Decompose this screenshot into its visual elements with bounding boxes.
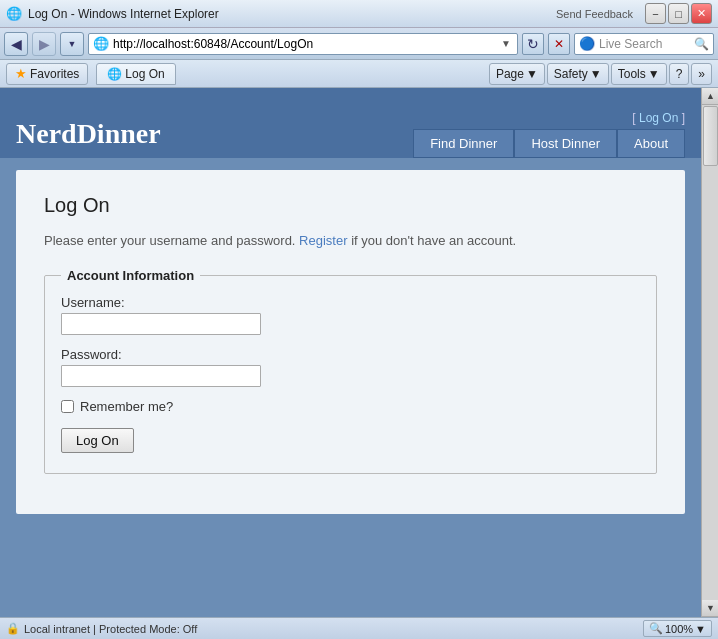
logon-status: [ Log On ]	[632, 111, 685, 125]
favorites-button[interactable]: ★ Favorites	[6, 63, 88, 85]
nav-bar: Find Dinner Host Dinner About	[413, 129, 685, 158]
tab-label: Log On	[125, 67, 164, 81]
nav-find-dinner[interactable]: Find Dinner	[413, 129, 514, 158]
nav-host-dinner[interactable]: Host Dinner	[514, 129, 617, 158]
dropdown-button[interactable]: ▼	[60, 32, 84, 56]
remember-me-label: Remember me?	[80, 399, 173, 414]
username-input[interactable]	[61, 313, 261, 335]
username-label: Username:	[61, 295, 640, 310]
title-bar-text: Log On - Windows Internet Explorer	[28, 7, 556, 21]
site-logo: NerdDinner	[16, 118, 161, 158]
scroll-thumb[interactable]	[703, 106, 718, 166]
stop-button[interactable]: ✕	[548, 33, 570, 55]
toolbar-right: Page ▼ Safety ▼ Tools ▼ ? »	[489, 63, 712, 85]
remember-me-checkbox[interactable]	[61, 400, 74, 413]
account-fieldset: Account Information Username: Password: …	[44, 268, 657, 474]
status-right: 🔍 100% ▼	[643, 620, 712, 637]
password-field: Password:	[61, 347, 640, 387]
forward-button[interactable]: ▶	[32, 32, 56, 56]
maximize-button[interactable]: □	[668, 3, 689, 24]
zoom-arrow: ▼	[695, 623, 706, 635]
main-content: Log On Please enter your username and pa…	[16, 170, 685, 514]
desc-end: if you don't have an account.	[348, 233, 517, 248]
address-bar: ◀ ▶ ▼ 🌐 http://localhost:60848/Account/L…	[0, 28, 718, 60]
address-input-wrap[interactable]: 🌐 http://localhost:60848/Account/LogOn ▼	[88, 33, 518, 55]
expand-button[interactable]: »	[691, 63, 712, 85]
address-text: http://localhost:60848/Account/LogOn	[113, 37, 499, 51]
zoom-level: 100%	[665, 623, 693, 635]
tools-arrow: ▼	[648, 67, 660, 81]
nav-about[interactable]: About	[617, 129, 685, 158]
minimize-button[interactable]: −	[645, 3, 666, 24]
fieldset-legend: Account Information	[61, 268, 200, 283]
bracket-close: ]	[678, 111, 685, 125]
zoom-control[interactable]: 🔍 100% ▼	[643, 620, 712, 637]
scrollbar[interactable]: ▲ ▼	[701, 88, 718, 617]
safety-menu[interactable]: Safety ▼	[547, 63, 609, 85]
page-icon: 🌐	[93, 36, 109, 51]
favorites-label: Favorites	[30, 67, 79, 81]
scroll-down-arrow[interactable]: ▼	[702, 600, 718, 617]
site-header: NerdDinner [ Log On ] Find Dinner Host D…	[0, 88, 701, 158]
star-icon: ★	[15, 66, 27, 81]
safety-arrow: ▼	[590, 67, 602, 81]
desc-text: Please enter your username and password.	[44, 233, 299, 248]
window-controls: − □ ✕	[645, 3, 712, 24]
password-label: Password:	[61, 347, 640, 362]
close-button[interactable]: ✕	[691, 3, 712, 24]
ie-icon: 🌐	[6, 6, 22, 22]
description: Please enter your username and password.…	[44, 233, 657, 248]
security-icon-area: 🔒 Local intranet | Protected Mode: Off	[6, 622, 197, 635]
page-label: Page	[496, 67, 524, 81]
tools-menu[interactable]: Tools ▼	[611, 63, 667, 85]
remember-me-row: Remember me?	[61, 399, 640, 414]
live-search-input[interactable]: Live Search	[599, 37, 694, 51]
browser-body: NerdDinner [ Log On ] Find Dinner Host D…	[0, 88, 718, 617]
live-search-wrap[interactable]: 🔵 Live Search 🔍	[574, 33, 714, 55]
page-title: Log On	[44, 194, 657, 217]
intranet-icon: 🔒	[6, 622, 20, 635]
title-bar: 🌐 Log On - Windows Internet Explorer Sen…	[0, 0, 718, 28]
status-bar: 🔒 Local intranet | Protected Mode: Off 🔍…	[0, 617, 718, 639]
address-dropdown-arrow[interactable]: ▼	[499, 38, 513, 49]
tab-icon: 🌐	[107, 67, 122, 81]
back-button[interactable]: ◀	[4, 32, 28, 56]
top-right: [ Log On ] Find Dinner Host Dinner About	[413, 111, 685, 158]
logon-link[interactable]: Log On	[639, 111, 678, 125]
current-tab[interactable]: 🌐 Log On	[96, 63, 175, 85]
register-link[interactable]: Register	[299, 233, 347, 248]
password-input[interactable]	[61, 365, 261, 387]
page-arrow: ▼	[526, 67, 538, 81]
refresh-button[interactable]: ↻	[522, 33, 544, 55]
logon-button[interactable]: Log On	[61, 428, 134, 453]
scroll-up-arrow[interactable]: ▲	[702, 88, 718, 105]
page-content: NerdDinner [ Log On ] Find Dinner Host D…	[0, 88, 701, 617]
live-search-go[interactable]: 🔍	[694, 37, 709, 51]
zone-text: Local intranet | Protected Mode: Off	[24, 623, 197, 635]
scroll-track[interactable]	[702, 167, 718, 600]
live-search-icon: 🔵	[579, 36, 595, 51]
favorites-bar: ★ Favorites 🌐 Log On Page ▼ Safety ▼ Too…	[0, 60, 718, 88]
bracket-open: [	[632, 111, 639, 125]
tools-label: Tools	[618, 67, 646, 81]
send-feedback-link[interactable]: Send Feedback	[556, 8, 633, 20]
page-menu[interactable]: Page ▼	[489, 63, 545, 85]
help-button[interactable]: ?	[669, 63, 690, 85]
zoom-icon: 🔍	[649, 622, 663, 635]
username-field: Username:	[61, 295, 640, 335]
safety-label: Safety	[554, 67, 588, 81]
